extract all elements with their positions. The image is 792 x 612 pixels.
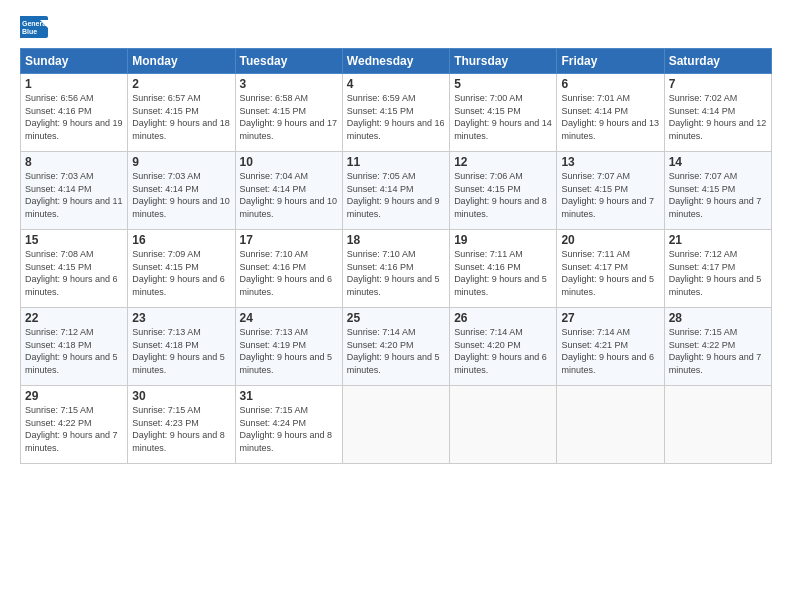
day-info: Sunrise: 7:06 AMSunset: 4:15 PMDaylight:… xyxy=(454,171,547,219)
day-number: 28 xyxy=(669,311,767,325)
calendar-cell: 8 Sunrise: 7:03 AMSunset: 4:14 PMDayligh… xyxy=(21,152,128,230)
calendar-day-header: Saturday xyxy=(664,49,771,74)
day-number: 22 xyxy=(25,311,123,325)
calendar-cell: 30 Sunrise: 7:15 AMSunset: 4:23 PMDaylig… xyxy=(128,386,235,464)
calendar-day-header: Thursday xyxy=(450,49,557,74)
calendar-cell: 19 Sunrise: 7:11 AMSunset: 4:16 PMDaylig… xyxy=(450,230,557,308)
calendar-cell: 7 Sunrise: 7:02 AMSunset: 4:14 PMDayligh… xyxy=(664,74,771,152)
day-number: 16 xyxy=(132,233,230,247)
day-number: 4 xyxy=(347,77,445,91)
calendar-cell: 17 Sunrise: 7:10 AMSunset: 4:16 PMDaylig… xyxy=(235,230,342,308)
day-info: Sunrise: 6:59 AMSunset: 4:15 PMDaylight:… xyxy=(347,93,445,141)
calendar-cell: 9 Sunrise: 7:03 AMSunset: 4:14 PMDayligh… xyxy=(128,152,235,230)
day-info: Sunrise: 7:11 AMSunset: 4:17 PMDaylight:… xyxy=(561,249,654,297)
calendar-day-header: Wednesday xyxy=(342,49,449,74)
day-info: Sunrise: 7:15 AMSunset: 4:22 PMDaylight:… xyxy=(669,327,762,375)
day-number: 30 xyxy=(132,389,230,403)
day-info: Sunrise: 7:14 AMSunset: 4:20 PMDaylight:… xyxy=(454,327,547,375)
day-info: Sunrise: 6:56 AMSunset: 4:16 PMDaylight:… xyxy=(25,93,123,141)
day-info: Sunrise: 7:01 AMSunset: 4:14 PMDaylight:… xyxy=(561,93,659,141)
calendar-week-row: 22 Sunrise: 7:12 AMSunset: 4:18 PMDaylig… xyxy=(21,308,772,386)
calendar-week-row: 8 Sunrise: 7:03 AMSunset: 4:14 PMDayligh… xyxy=(21,152,772,230)
day-number: 17 xyxy=(240,233,338,247)
calendar-cell: 4 Sunrise: 6:59 AMSunset: 4:15 PMDayligh… xyxy=(342,74,449,152)
day-info: Sunrise: 7:07 AMSunset: 4:15 PMDaylight:… xyxy=(561,171,654,219)
calendar-cell: 16 Sunrise: 7:09 AMSunset: 4:15 PMDaylig… xyxy=(128,230,235,308)
day-info: Sunrise: 7:08 AMSunset: 4:15 PMDaylight:… xyxy=(25,249,118,297)
calendar-cell: 27 Sunrise: 7:14 AMSunset: 4:21 PMDaylig… xyxy=(557,308,664,386)
calendar-cell: 31 Sunrise: 7:15 AMSunset: 4:24 PMDaylig… xyxy=(235,386,342,464)
day-number: 5 xyxy=(454,77,552,91)
day-info: Sunrise: 7:12 AMSunset: 4:17 PMDaylight:… xyxy=(669,249,762,297)
day-info: Sunrise: 7:14 AMSunset: 4:20 PMDaylight:… xyxy=(347,327,440,375)
day-number: 25 xyxy=(347,311,445,325)
day-info: Sunrise: 7:13 AMSunset: 4:18 PMDaylight:… xyxy=(132,327,225,375)
header: General Blue xyxy=(20,16,772,38)
calendar-cell: 12 Sunrise: 7:06 AMSunset: 4:15 PMDaylig… xyxy=(450,152,557,230)
day-number: 3 xyxy=(240,77,338,91)
calendar-day-header: Tuesday xyxy=(235,49,342,74)
day-info: Sunrise: 7:12 AMSunset: 4:18 PMDaylight:… xyxy=(25,327,118,375)
day-number: 18 xyxy=(347,233,445,247)
day-info: Sunrise: 7:00 AMSunset: 4:15 PMDaylight:… xyxy=(454,93,552,141)
svg-text:Blue: Blue xyxy=(22,28,37,35)
day-number: 7 xyxy=(669,77,767,91)
calendar-cell xyxy=(450,386,557,464)
calendar-cell: 23 Sunrise: 7:13 AMSunset: 4:18 PMDaylig… xyxy=(128,308,235,386)
calendar-cell: 22 Sunrise: 7:12 AMSunset: 4:18 PMDaylig… xyxy=(21,308,128,386)
calendar-cell: 25 Sunrise: 7:14 AMSunset: 4:20 PMDaylig… xyxy=(342,308,449,386)
calendar-week-row: 15 Sunrise: 7:08 AMSunset: 4:15 PMDaylig… xyxy=(21,230,772,308)
calendar-cell: 5 Sunrise: 7:00 AMSunset: 4:15 PMDayligh… xyxy=(450,74,557,152)
day-info: Sunrise: 7:14 AMSunset: 4:21 PMDaylight:… xyxy=(561,327,654,375)
day-number: 1 xyxy=(25,77,123,91)
day-number: 27 xyxy=(561,311,659,325)
day-number: 10 xyxy=(240,155,338,169)
day-number: 6 xyxy=(561,77,659,91)
calendar-header-row: SundayMondayTuesdayWednesdayThursdayFrid… xyxy=(21,49,772,74)
day-number: 8 xyxy=(25,155,123,169)
calendar-cell xyxy=(557,386,664,464)
logo-icon: General Blue xyxy=(20,16,48,38)
calendar-cell: 24 Sunrise: 7:13 AMSunset: 4:19 PMDaylig… xyxy=(235,308,342,386)
calendar-day-header: Friday xyxy=(557,49,664,74)
day-number: 14 xyxy=(669,155,767,169)
day-number: 26 xyxy=(454,311,552,325)
day-info: Sunrise: 7:10 AMSunset: 4:16 PMDaylight:… xyxy=(347,249,440,297)
calendar-cell: 20 Sunrise: 7:11 AMSunset: 4:17 PMDaylig… xyxy=(557,230,664,308)
day-info: Sunrise: 7:15 AMSunset: 4:24 PMDaylight:… xyxy=(240,405,333,453)
day-number: 12 xyxy=(454,155,552,169)
calendar-cell: 29 Sunrise: 7:15 AMSunset: 4:22 PMDaylig… xyxy=(21,386,128,464)
calendar-cell: 28 Sunrise: 7:15 AMSunset: 4:22 PMDaylig… xyxy=(664,308,771,386)
day-info: Sunrise: 7:07 AMSunset: 4:15 PMDaylight:… xyxy=(669,171,762,219)
calendar-cell: 13 Sunrise: 7:07 AMSunset: 4:15 PMDaylig… xyxy=(557,152,664,230)
day-number: 9 xyxy=(132,155,230,169)
day-info: Sunrise: 6:57 AMSunset: 4:15 PMDaylight:… xyxy=(132,93,230,141)
day-info: Sunrise: 7:02 AMSunset: 4:14 PMDaylight:… xyxy=(669,93,767,141)
day-info: Sunrise: 7:09 AMSunset: 4:15 PMDaylight:… xyxy=(132,249,225,297)
calendar-cell xyxy=(664,386,771,464)
svg-text:General: General xyxy=(22,20,48,27)
day-number: 19 xyxy=(454,233,552,247)
day-number: 13 xyxy=(561,155,659,169)
calendar-cell: 6 Sunrise: 7:01 AMSunset: 4:14 PMDayligh… xyxy=(557,74,664,152)
day-number: 15 xyxy=(25,233,123,247)
day-info: Sunrise: 7:03 AMSunset: 4:14 PMDaylight:… xyxy=(25,171,123,219)
day-number: 2 xyxy=(132,77,230,91)
day-info: Sunrise: 7:04 AMSunset: 4:14 PMDaylight:… xyxy=(240,171,338,219)
day-info: Sunrise: 7:13 AMSunset: 4:19 PMDaylight:… xyxy=(240,327,333,375)
day-info: Sunrise: 6:58 AMSunset: 4:15 PMDaylight:… xyxy=(240,93,338,141)
page: General Blue SundayMondayTuesdayWednesda… xyxy=(0,0,792,612)
day-number: 31 xyxy=(240,389,338,403)
day-info: Sunrise: 7:11 AMSunset: 4:16 PMDaylight:… xyxy=(454,249,547,297)
calendar-cell: 10 Sunrise: 7:04 AMSunset: 4:14 PMDaylig… xyxy=(235,152,342,230)
calendar-week-row: 29 Sunrise: 7:15 AMSunset: 4:22 PMDaylig… xyxy=(21,386,772,464)
calendar-cell: 26 Sunrise: 7:14 AMSunset: 4:20 PMDaylig… xyxy=(450,308,557,386)
calendar-day-header: Sunday xyxy=(21,49,128,74)
calendar-table: SundayMondayTuesdayWednesdayThursdayFrid… xyxy=(20,48,772,464)
day-number: 24 xyxy=(240,311,338,325)
day-number: 29 xyxy=(25,389,123,403)
calendar-cell: 2 Sunrise: 6:57 AMSunset: 4:15 PMDayligh… xyxy=(128,74,235,152)
calendar-week-row: 1 Sunrise: 6:56 AMSunset: 4:16 PMDayligh… xyxy=(21,74,772,152)
calendar-cell: 1 Sunrise: 6:56 AMSunset: 4:16 PMDayligh… xyxy=(21,74,128,152)
calendar-cell xyxy=(342,386,449,464)
